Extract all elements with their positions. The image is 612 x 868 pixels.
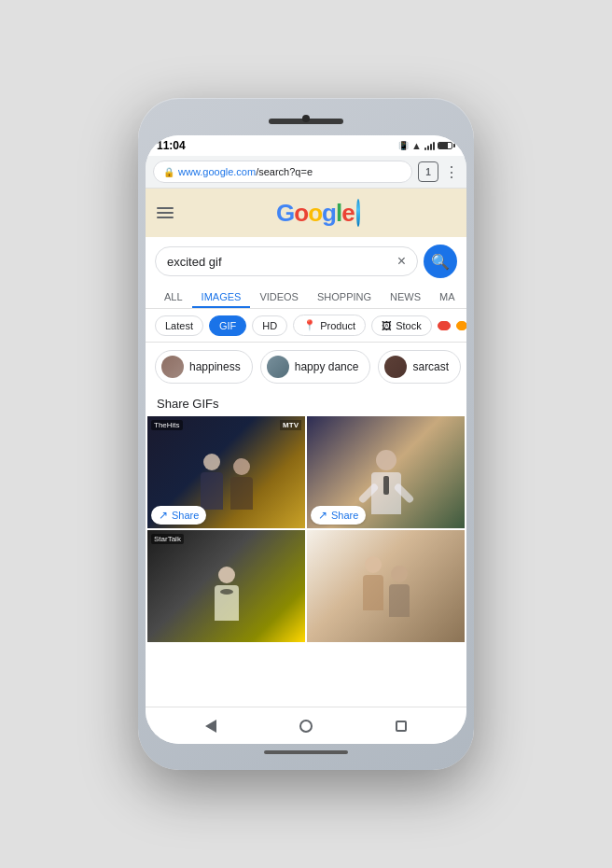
filter-latest-label: Latest: [165, 320, 193, 331]
google-g4: g: [322, 199, 336, 227]
share-icon-2: ↗: [318, 509, 327, 522]
hamburger-line-1: [157, 207, 174, 209]
gif-share-label-2: Share: [331, 510, 358, 521]
suggestion-happiness-label: happiness: [189, 360, 241, 373]
filter-product-label: Product: [320, 320, 355, 331]
search-input-box[interactable]: excited gif ×: [155, 246, 418, 276]
gif-card-2[interactable]: ↗ Share: [307, 416, 465, 528]
status-bar: 11:04 📳 ▲: [146, 135, 466, 156]
suggestion-happy-dance-label: happy dance: [295, 360, 359, 373]
google-g2: o: [294, 199, 308, 227]
gif-share-button-1[interactable]: ↗ Share: [151, 506, 206, 525]
gif-card-4[interactable]: [307, 530, 465, 642]
vibrate-icon: 📳: [398, 141, 409, 150]
url-host: www.google.com: [178, 166, 256, 177]
gif-share-label-1: Share: [172, 510, 199, 521]
tab-shopping[interactable]: SHOPPING: [308, 286, 381, 308]
url-path: /search?q=e: [256, 166, 313, 177]
gif-card-1[interactable]: TheHits ↗ Share MTV: [147, 416, 305, 528]
content-area: Google excited gif × 🔍 ALL: [146, 189, 466, 707]
suggestion-sarcastic[interactable]: sarcast: [378, 350, 461, 384]
filter-stock-icon: 🖼: [382, 320, 392, 331]
gif-mtv-watermark: MTV: [280, 420, 301, 430]
phone-camera: [302, 115, 310, 122]
google-header: Google: [146, 189, 466, 237]
filter-stock-label: Stock: [396, 320, 422, 331]
filter-latest[interactable]: Latest: [155, 315, 203, 336]
phone-bottom-bar: [264, 744, 348, 761]
gif-watermark-3: StarTalk: [151, 534, 184, 544]
bottom-nav: [146, 707, 466, 744]
filter-color-red[interactable]: [438, 321, 451, 330]
status-time: 11:04: [157, 139, 186, 152]
address-url: www.google.com/search?q=e: [178, 166, 313, 177]
suggestion-happy-dance[interactable]: happy dance: [260, 350, 371, 384]
tab-images[interactable]: IMAGES: [192, 286, 251, 308]
filter-color-orange[interactable]: [456, 321, 466, 330]
search-query-text: excited gif: [167, 255, 222, 269]
search-icon: 🔍: [431, 253, 450, 271]
nav-home-button[interactable]: [299, 720, 313, 733]
hamburger-line-3: [157, 217, 174, 218]
share-gifs-label: Share GIFs: [146, 391, 466, 416]
doodle-earth-icon: [356, 199, 360, 227]
share-icon-1: ↗: [159, 509, 168, 522]
suggestion-avatar-2: [267, 356, 289, 378]
gif-card-3[interactable]: StarTalk: [147, 530, 305, 642]
filter-hd-label: HD: [262, 320, 277, 331]
signal-bars-icon: [424, 141, 435, 150]
search-bar-row: excited gif × 🔍: [146, 237, 466, 286]
google-g1: G: [276, 199, 294, 227]
filter-hd[interactable]: HD: [252, 315, 287, 336]
tab-news[interactable]: NEWS: [381, 286, 430, 308]
suggestion-sarcastic-label: sarcast: [412, 360, 449, 373]
filter-product[interactable]: 📍 Product: [293, 315, 366, 336]
suggestion-avatar-3: [384, 356, 407, 378]
lock-icon: 🔒: [163, 167, 174, 177]
phone-screen: 11:04 📳 ▲: [146, 135, 466, 744]
google-logo: Google: [276, 196, 360, 230]
phone-device: 11:04 📳 ▲: [138, 98, 474, 770]
battery-icon: [438, 142, 455, 149]
phone-home-indicator: [264, 750, 348, 754]
filter-gif[interactable]: GIF: [209, 315, 246, 336]
google-g6: e: [341, 199, 354, 227]
filter-row: Latest GIF HD 📍 Product 🖼 Stock: [146, 309, 466, 343]
address-bar[interactable]: 🔒 www.google.com/search?q=e: [153, 161, 412, 183]
suggestions-row: happiness happy dance sarcast: [146, 343, 466, 391]
suggestion-avatar-1: [161, 356, 184, 378]
gif-grid: TheHits ↗ Share MTV: [146, 416, 466, 642]
gif-placeholder-3: [147, 530, 305, 642]
gif-watermark-1: TheHits: [151, 420, 183, 430]
nav-back-button[interactable]: [205, 720, 216, 733]
wifi-icon: ▲: [411, 140, 422, 151]
google-text: Google: [276, 199, 355, 228]
filter-product-icon: 📍: [303, 319, 316, 331]
hamburger-line-2: [157, 212, 174, 214]
suggestion-happiness[interactable]: happiness: [155, 350, 253, 384]
search-clear-button[interactable]: ×: [397, 253, 406, 270]
filter-gif-label: GIF: [219, 320, 236, 331]
gif-placeholder-4: [307, 530, 465, 642]
hamburger-menu-button[interactable]: [157, 207, 174, 218]
google-g3: o: [308, 199, 322, 227]
filter-stock[interactable]: 🖼 Stock: [371, 315, 432, 336]
search-tabs: ALL IMAGES VIDEOS SHOPPING NEWS MA: [146, 286, 466, 309]
nav-recents-button[interactable]: [396, 721, 407, 732]
tab-all[interactable]: ALL: [155, 286, 192, 308]
status-icons: 📳 ▲: [398, 140, 455, 151]
google-doodle[interactable]: Google: [181, 196, 455, 230]
tab-more[interactable]: MA: [430, 286, 465, 308]
browser-menu-button[interactable]: ⋮: [444, 163, 459, 181]
address-bar-row: 🔒 www.google.com/search?q=e 1 ⋮: [146, 156, 466, 189]
gif-share-button-2[interactable]: ↗ Share: [311, 506, 366, 525]
search-submit-button[interactable]: 🔍: [424, 245, 457, 278]
tab-count-button[interactable]: 1: [418, 161, 438, 182]
tab-videos[interactable]: VIDEOS: [250, 286, 308, 308]
